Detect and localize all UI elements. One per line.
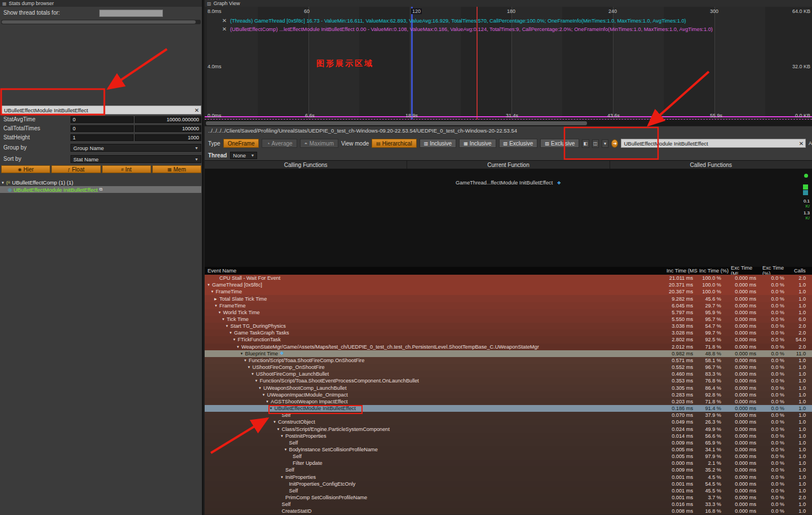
expander-collapsed-icon[interactable]: ▶ (214, 297, 219, 301)
event-row[interactable]: ▼ World Tick Time 5.797 ms 95.9 % 0.000 … (205, 309, 812, 316)
expander-expanded-icon[interactable]: ▼ (248, 366, 253, 369)
expander-expanded-icon[interactable]: ▼ (229, 331, 234, 334)
call-total-times-min-input[interactable] (70, 125, 134, 132)
legend-close-icon[interactable]: ✕ (222, 17, 227, 24)
event-row[interactable]: ▼ UWeaponShootComp_LaunchBullet 0.305 ms… (205, 385, 812, 391)
event-row[interactable]: ▼ FrameTime 6.045 ms 29.7 % 0.000 ms 0.0… (205, 302, 812, 309)
float-filter-button[interactable]: ƒFloat (51, 165, 100, 173)
hierarchical-button[interactable]: ▤Hierarchical (372, 139, 416, 148)
exclusive-button-1[interactable]: ▧Exclusive (499, 139, 538, 148)
event-row[interactable]: Self 0.009 ms 65.9 % 0.000 ms 0.0 % 1.0 (205, 439, 812, 446)
apply-search-button[interactable]: ➜ (611, 139, 618, 148)
function-search-clear-icon[interactable]: ✕ (797, 140, 805, 147)
expander-expanded-icon[interactable]: ▼ (266, 400, 271, 403)
col-event-name[interactable]: Event Name (205, 268, 665, 274)
average-button[interactable]: ◔Average (262, 139, 297, 148)
event-row[interactable]: ▶ Total Slate Tick Time 9.282 ms 45.6 % … (205, 295, 812, 302)
expander-expanded-icon[interactable]: ▼ (236, 345, 241, 349)
expander-expanded-icon[interactable]: ▼ (280, 476, 285, 479)
show-thread-totals-input[interactable] (99, 10, 163, 17)
event-row[interactable]: ▼ UWeaponImpactModule_OnImpact 0.283 ms … (205, 391, 812, 398)
graph-hscrollbar[interactable] (205, 121, 812, 126)
tree-root-row[interactable]: ▼ {≡ UBulletEffectComp (1) (1) (1, 179, 73, 186)
event-row[interactable]: ▼ ConstructObject 0.049 ms 26.3 % 0.000 … (205, 419, 812, 425)
stat-avg-time-min-input[interactable] (70, 116, 134, 123)
event-row[interactable]: Self 0.005 ms 97.9 % 0.000 ms 0.0 % 1.0 (205, 453, 812, 460)
event-row[interactable]: ▼ Function/Script/Toaa.ShootFireComp.OnS… (205, 357, 812, 364)
expander-expanded-icon[interactable]: ▼ (207, 283, 212, 287)
expander-expanded-icon[interactable]: ▼ (214, 304, 219, 307)
legend-close-icon[interactable]: ✕ (222, 26, 227, 32)
chart-option-button[interactable]: ◧ (582, 139, 589, 148)
expander-expanded-icon[interactable]: ▼ (280, 434, 285, 438)
graph-hscrollbar-handle[interactable] (206, 121, 587, 125)
event-row[interactable]: CPU Stall - Wait For Event 21.011 ms 100… (205, 275, 812, 281)
expander-expanded-icon[interactable]: ▼ (240, 352, 245, 355)
expander-expanded-icon[interactable]: ▼ (284, 448, 289, 451)
expander-expanded-icon[interactable]: ▼ (226, 324, 231, 328)
call-total-times-max-input[interactable] (135, 125, 201, 132)
event-row[interactable]: ▼ PostInitProperties 0.014 ms 56.6 % 0.0… (205, 433, 812, 439)
expander-expanded-icon[interactable]: ▼ (251, 372, 256, 376)
left-search-clear-icon[interactable]: ✕ (193, 107, 201, 113)
inclusive-button-2[interactable]: ▦Inclusive (459, 139, 496, 148)
event-row[interactable]: CreateStatID 0.008 ms 16.8 % 0.000 ms 0.… (205, 508, 812, 514)
expander-expanded-icon[interactable]: ▼ (277, 428, 282, 431)
event-row[interactable]: ▼ AGSTShootWeapon ImpactEffect 0.203 ms … (205, 398, 812, 405)
expander-expanded-icon[interactable]: ▼ (244, 359, 249, 362)
mem-filter-button[interactable]: ▦Mem (152, 165, 201, 173)
left-search-input[interactable] (2, 107, 193, 113)
event-row[interactable]: Self 0.016 ms 33.3 % 0.000 ms 0.0 % 1.0 (205, 501, 812, 508)
event-row[interactable]: ▼ InitProperties 0.001 ms 4.5 % 0.000 ms… (205, 474, 812, 481)
expander-expanded-icon[interactable]: ▼ (233, 338, 238, 341)
event-row[interactable]: ▼ Tick Time 5.550 ms 95.7 % 0.000 ms 0.0… (205, 316, 812, 323)
col-calls[interactable]: Calls (793, 268, 812, 274)
stat-height-min-input[interactable] (70, 134, 134, 141)
inclusive-button-1[interactable]: ▥Inclusive (420, 139, 456, 148)
graph-canvas[interactable]: 8.0ms 60 120 180 240 300 64.0 KB 4.0ms 3… (205, 7, 812, 120)
event-row[interactable]: ▼ WeaponStateMgr/Game/Assets/Maps/test_c… (205, 344, 812, 350)
expander-expanded-icon[interactable]: ▼ (258, 386, 263, 390)
expander-expanded-icon[interactable]: ▼ (211, 290, 216, 293)
event-row[interactable]: Filter Update 0.000 ms 2.1 % 0.000 ms 0.… (205, 460, 812, 466)
event-row[interactable]: Self 0.001 ms 45.5 % 0.000 ms 0.0 % 1.0 (205, 487, 812, 494)
expander-expanded-icon[interactable]: ▼ (273, 420, 278, 424)
hier-filter-button[interactable]: ◉Hier (1, 165, 50, 173)
event-row[interactable]: ▼ Blueprint Time ❖ 0.982 ms 48.8 % 0.000… (205, 350, 812, 357)
event-row[interactable]: Self 0.009 ms 35.2 % 0.000 ms 0.0 % 1.0 (205, 466, 812, 473)
event-row[interactable]: ▼ Function/Script/Toaa.ShootEventProcess… (205, 377, 812, 384)
event-row[interactable]: ▼ Start TG_DuringPhysics 3.038 ms 54.7 %… (205, 323, 812, 329)
event-row[interactable]: ▼ UShootFireComp_LaunchBullet 0.460 ms 8… (205, 371, 812, 377)
exclusive-button-2[interactable]: ▨Exclusive (540, 139, 579, 148)
event-row[interactable]: ▼ Game TaskGraph Tasks 3.028 ms 99.7 % 0… (205, 329, 812, 336)
col-inc-time-pct[interactable]: Inc Time (%) (698, 268, 730, 274)
expander-expanded-icon[interactable]: ▼ (218, 311, 223, 314)
stat-height-max-input[interactable] (135, 134, 201, 141)
expander-expanded-icon[interactable]: ▼ (1, 181, 5, 184)
event-row[interactable]: ▼ BodyInstance SetCollisionProfileName 0… (205, 446, 812, 453)
event-row[interactable]: ▼ FTickFunctionTask 2.802 ms 92.5 % 0.00… (205, 336, 812, 343)
view-option-button[interactable]: ◫ (592, 139, 599, 148)
left-scrollbar[interactable] (1, 20, 201, 24)
int-filter-button[interactable]: #Int (102, 165, 151, 173)
event-row[interactable]: ▼ GameThread [0x5f8c] 20.371 ms 100.0 % … (205, 281, 812, 288)
expander-expanded-icon[interactable]: ▼ (255, 379, 260, 382)
event-row[interactable]: ▼ UShootFireComp_OnShootFire 0.552 ms 96… (205, 364, 812, 371)
function-search-input[interactable] (621, 140, 797, 147)
expander-expanded-icon[interactable]: ▼ (262, 393, 267, 397)
event-row[interactable]: ▼ Class/Script/Engine.ParticleSystemComp… (205, 425, 812, 432)
tree-child-row-selected[interactable]: ◎ UBulletEffectModule InitBulletEffect ⧉ (0, 186, 201, 193)
thread-dropdown[interactable]: None ▼ (230, 152, 257, 159)
event-row[interactable]: PrimComp SetCollisionProfileName 0.001 m… (205, 494, 812, 501)
expander-expanded-icon[interactable]: ▼ (222, 318, 227, 321)
left-scrollbar-handle[interactable] (2, 20, 196, 24)
maximum-button[interactable]: ◓Maximum (300, 139, 338, 148)
event-row[interactable]: Self 0.070 ms 37.9 % 0.000 ms 0.0 % 1.0 (205, 412, 812, 419)
stat-avg-time-max-input[interactable] (135, 116, 201, 123)
oneframe-button[interactable]: OneFrame (223, 139, 259, 148)
event-row-selected[interactable]: ▼ UBulletEffectModule InitBulletEffect 0… (205, 405, 812, 412)
sort-by-dropdown[interactable]: Stat Name ▼ (70, 155, 201, 163)
group-by-dropdown[interactable]: Group Name ▼ (70, 144, 201, 152)
event-row[interactable]: InitProperties_ConfigEtcOnly 0.001 ms 54… (205, 481, 812, 487)
col-inc-time-ms[interactable]: Inc Time (MS (665, 268, 698, 274)
